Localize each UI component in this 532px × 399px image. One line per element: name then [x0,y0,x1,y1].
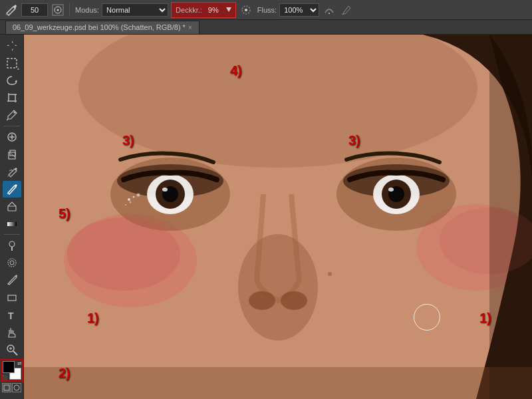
hand-tool-button[interactable] [3,324,21,340]
svg-rect-65 [24,367,532,399]
zoom-tool-button[interactable] [3,342,21,358]
move-tool-button[interactable] [3,37,21,54]
quick-mask-area [2,383,21,392]
deckkr-input[interactable]: 9% [203,3,223,17]
foreground-color-swatch[interactable] [3,361,15,373]
fluss-label: Fluss: [257,6,277,14]
main-area: ▲ [0,35,532,399]
svg-point-57 [328,272,332,276]
svg-rect-25 [7,222,17,226]
svg-point-59 [133,196,135,198]
face-image [24,35,532,399]
tablet-pressure-icon[interactable] [322,3,336,17]
main-toolbar: 50 Modus: Normal Aufhellen Abdunkeln Übe… [0,0,532,20]
airbrush-icon[interactable] [239,3,253,17]
healing-brush-tool-button[interactable] [3,128,21,145]
svg-point-55 [249,291,275,310]
deckkr-label: Deckkr.: [176,6,202,14]
canvas-area[interactable]: 1) 1) 2) 3) 3) 4) 5) [24,35,532,399]
svg-line-33 [13,351,17,355]
svg-marker-10 [13,45,17,46]
svg-point-48 [162,188,168,192]
tab-bar: 06_09_werkzeuge.psd bei 100% (Schatten, … [0,20,532,35]
svg-marker-9 [7,45,11,46]
standard-mode-button[interactable] [2,383,11,392]
svg-rect-36 [4,385,9,390]
svg-point-29 [10,261,14,265]
deckkr-container: Deckkr.: 9% [171,2,236,18]
tab-close-button[interactable]: × [188,24,192,31]
svg-point-63 [67,217,180,291]
svg-point-61 [130,201,132,203]
dodge-tool-button[interactable] [3,237,21,253]
svg-point-58 [128,198,130,201]
quick-mask-button[interactable] [12,383,21,392]
modus-select[interactable]: Normal Aufhellen Abdunkeln Überlagern Mu… [102,3,168,17]
svg-marker-8 [12,47,13,51]
swap-colors-icon[interactable]: ⇄ [17,360,22,366]
reset-colors-icon[interactable]: ⬛ [2,375,8,380]
svg-marker-3 [226,7,231,12]
tools-panel: ▲ [0,35,24,399]
blur-tool-button[interactable] [3,255,21,271]
svg-point-17 [13,112,15,114]
clone-stamp-tool-button[interactable] [3,146,21,162]
lasso-tool-button[interactable] [3,72,21,88]
photo-canvas[interactable] [24,35,532,399]
svg-marker-7 [12,41,13,45]
svg-point-26 [9,241,15,247]
svg-point-37 [14,385,19,390]
svg-point-5 [245,9,247,11]
svg-point-42 [238,234,318,340]
rectangular-select-tool-button[interactable]: ▲ [3,55,21,71]
svg-text:T: T [8,311,14,321]
color-swatches-container[interactable]: ⇄ ⬛ [1,359,23,382]
pen-tool-button[interactable] [3,272,21,289]
crop-tool-button[interactable] [3,90,21,106]
svg-rect-11 [7,59,17,68]
svg-rect-24 [8,206,16,211]
deckkr-dropdown-icon[interactable] [225,5,233,15]
svg-line-16 [7,119,8,120]
svg-point-54 [388,188,394,192]
svg-point-60 [137,194,140,197]
brush-options-icon[interactable] [51,3,65,17]
tool-sep-1 [4,126,20,126]
tab-title: 06_09_werkzeuge.psd bei 100% (Schatten, … [13,23,186,31]
eyedropper-tool-button[interactable] [3,107,21,124]
history-brush-tool-button[interactable] [3,164,21,180]
tool-sep-2 [4,234,20,235]
modus-label: Modus: [75,6,99,14]
svg-point-2 [57,9,59,11]
shape-tool-button[interactable] [3,289,21,306]
svg-point-56 [281,291,307,310]
gradient-tool-button[interactable] [3,215,21,232]
stylus-icon[interactable] [339,3,354,17]
svg-point-28 [8,259,16,267]
brush-tool-button[interactable] [3,181,21,198]
separator-1 [69,3,70,17]
brush-tool-icon[interactable] [4,3,19,17]
svg-rect-30 [8,295,16,301]
text-tool-button[interactable]: T [3,307,21,323]
document-tab[interactable]: 06_09_werkzeuge.psd bei 100% (Schatten, … [5,21,200,34]
fluss-select[interactable]: 100% 75% 50% 25% [279,3,319,17]
svg-point-62 [125,204,126,205]
eraser-tool-button[interactable] [3,198,21,215]
svg-rect-66 [489,35,532,399]
brush-size-input[interactable]: 50 [21,3,48,17]
